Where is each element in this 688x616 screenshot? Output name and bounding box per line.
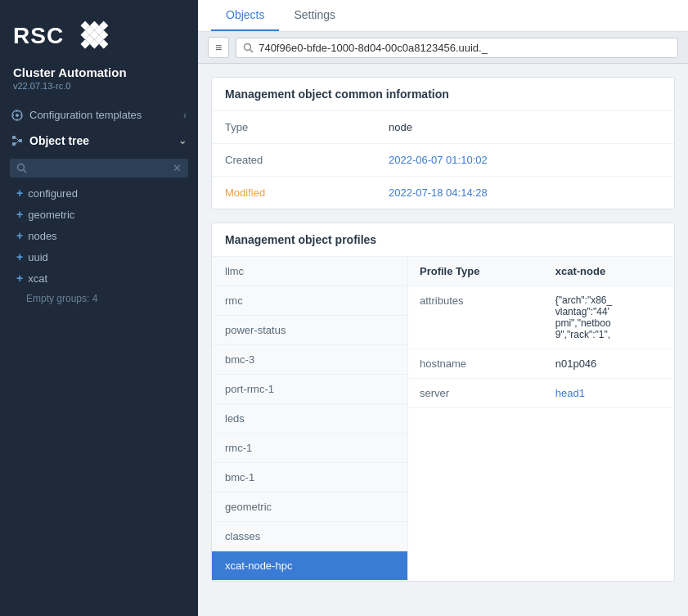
logo-diamond-icon	[72, 15, 115, 57]
toolbar-search-icon	[243, 43, 254, 53]
col-xcat-node: xcat-node	[544, 257, 674, 286]
expand-icon: +	[16, 229, 23, 242]
svg-line-25	[24, 170, 27, 173]
config-templates-icon	[11, 110, 23, 121]
table-row: server head1	[408, 379, 674, 408]
profiles-panel: Management object profiles llmc rmc powe…	[211, 223, 675, 582]
table-row: hostname n01p046	[408, 349, 674, 379]
table-row: attributes {"arch":"x86_vlantag":"44'pmi…	[408, 286, 674, 349]
table-row: Created 2022-06-07 01:10:02	[212, 144, 674, 177]
svg-point-26	[245, 43, 251, 50]
profile-row-key: attributes	[408, 286, 544, 349]
toolbar-search-box[interactable]	[236, 38, 678, 58]
info-value: 2022-06-07 01:10:02	[375, 144, 674, 177]
search-icon	[16, 163, 27, 173]
chevron-left-icon: ‹	[183, 110, 187, 121]
expand-icon: +	[16, 187, 23, 200]
tree-item-geometric[interactable]: + geometric	[0, 204, 198, 225]
config-templates-label: Configuration templates	[29, 109, 142, 121]
table-row: Type node	[212, 111, 674, 144]
profile-list-item[interactable]: llmc	[212, 257, 407, 286]
info-value: 2022-07-18 04:14:28	[375, 177, 674, 209]
tree-item-nodes[interactable]: + nodes	[0, 225, 198, 246]
toolbar: ≡	[198, 32, 688, 64]
menu-button[interactable]: ≡	[208, 37, 229, 58]
svg-line-22	[16, 137, 19, 141]
tree-item-label: uuid	[28, 251, 48, 263]
tab-settings[interactable]: Settings	[279, 0, 350, 31]
profiles-title: Management object profiles	[212, 223, 674, 257]
app-version: v22.07.13-rc.0	[0, 81, 198, 102]
profile-row-value: n01p046	[544, 349, 674, 379]
profile-table-area: Profile Type xcat-node attributes {"arch…	[408, 257, 674, 581]
profile-list-item[interactable]: bmc-3	[212, 345, 407, 375]
profile-list-item[interactable]: classes	[212, 522, 407, 551]
empty-groups-label: Empty groups: 4	[0, 289, 198, 308]
object-tree-label: Object tree	[29, 134, 89, 147]
info-value: node	[375, 111, 674, 144]
tree-item-configured[interactable]: + configured	[0, 182, 198, 204]
info-key: Modified	[212, 177, 375, 209]
info-key: Type	[212, 111, 375, 144]
tree-item-label: configured	[28, 187, 78, 200]
profile-list-item[interactable]: bmc-1	[212, 463, 407, 492]
tab-objects[interactable]: Objects	[211, 0, 279, 31]
toolbar-search-input[interactable]	[259, 42, 671, 54]
common-info-title: Management object common information	[212, 78, 674, 111]
profile-list-item[interactable]: rmc	[212, 286, 407, 316]
col-profile-type: Profile Type	[408, 257, 544, 286]
tree-item-label: xcat	[28, 272, 47, 285]
common-info-panel: Management object common information Typ…	[211, 77, 675, 209]
profile-list-item[interactable]: power-status	[212, 316, 407, 345]
object-tree-section[interactable]: Object tree ⌄	[0, 128, 198, 154]
expand-icon: +	[16, 250, 23, 263]
tree-item-label: geometric	[28, 209, 74, 221]
chevron-down-icon: ⌄	[178, 135, 187, 146]
table-row: Modified 2022-07-18 04:14:28	[212, 177, 674, 209]
svg-line-27	[250, 49, 254, 52]
profile-list: llmc rmc power-status bmc-3 port-rmc-1 l…	[212, 257, 408, 581]
tree-item-uuid[interactable]: + uuid	[0, 246, 198, 268]
svg-rect-21	[19, 139, 22, 142]
sidebar: RSC	[0, 0, 198, 616]
object-tree-icon	[11, 135, 23, 146]
svg-rect-20	[12, 142, 16, 146]
profile-list-item[interactable]: port-rmc-1	[212, 375, 407, 404]
svg-line-23	[16, 141, 19, 144]
tree-search-input[interactable]	[27, 162, 173, 174]
profiles-body: llmc rmc power-status bmc-3 port-rmc-1 l…	[212, 257, 674, 581]
table-header-row: Profile Type xcat-node	[408, 257, 674, 286]
tree-search-box[interactable]: ✕	[10, 159, 188, 178]
common-info-table: Type node Created 2022-06-07 01:10:02 Mo…	[212, 111, 674, 209]
svg-point-24	[18, 164, 25, 171]
svg-point-14	[16, 114, 19, 117]
profile-list-item[interactable]: leds	[212, 404, 407, 434]
tree-item-xcat[interactable]: + xcat	[0, 268, 198, 289]
logo-area: RSC	[0, 0, 198, 65]
main-content: Objects Settings ≡ Management object com…	[198, 0, 688, 616]
svg-rect-19	[12, 136, 16, 139]
profile-row-key: server	[408, 379, 544, 408]
profile-list-item[interactable]: geometric	[212, 492, 407, 522]
info-key: Created	[212, 144, 375, 177]
profile-row-value: head1	[544, 379, 674, 408]
profile-row-value: {"arch":"x86_vlantag":"44'pmi","netboo9"…	[544, 286, 674, 349]
profile-list-item-selected[interactable]: xcat-node-hpc	[212, 551, 407, 581]
expand-icon: +	[16, 208, 23, 221]
app-name: Cluster Automation	[0, 65, 198, 81]
tabs-bar: Objects Settings	[198, 0, 688, 32]
profile-table: Profile Type xcat-node attributes {"arch…	[408, 257, 674, 408]
profile-row-key: hostname	[408, 349, 544, 379]
expand-icon: +	[16, 272, 23, 285]
content-area: Management object common information Typ…	[198, 64, 688, 616]
tree-item-label: nodes	[28, 230, 56, 242]
sidebar-item-config-templates[interactable]: Configuration templates ‹	[0, 102, 198, 128]
profile-list-item[interactable]: rmc-1	[212, 434, 407, 463]
clear-search-icon[interactable]: ✕	[173, 162, 182, 174]
logo-text: RSC	[13, 23, 64, 49]
